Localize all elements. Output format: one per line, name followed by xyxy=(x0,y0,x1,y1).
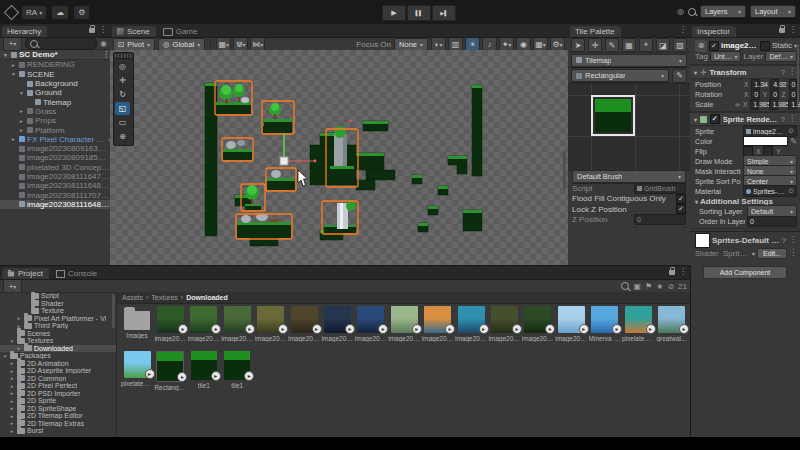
project-folder-burst[interactable]: ▸Burst xyxy=(0,427,116,435)
palette-dropdown[interactable]: Rectangular▾ xyxy=(571,69,669,82)
tab-project[interactable]: Project xyxy=(2,268,49,279)
tool-strip-handle[interactable] xyxy=(115,54,132,59)
asset-pixelated[interactable]: ►pixelated-... xyxy=(622,306,654,342)
order-in-layer-field[interactable]: 0 xyxy=(747,216,797,227)
tile-picker-icon[interactable]: ⌖ xyxy=(639,38,653,52)
hierarchy-item-scene[interactable]: ▾SCENE xyxy=(0,70,110,79)
component-enabled-checkbox[interactable]: ✓ xyxy=(710,114,720,124)
global-dropdown[interactable]: ◎Global▾ xyxy=(158,38,205,51)
expand-badge-icon[interactable]: ► xyxy=(211,324,221,334)
position-y-field[interactable]: 4.92 xyxy=(770,79,778,90)
asset-image202[interactable]: ►image202... xyxy=(255,306,287,342)
add-component-button[interactable]: Add Component xyxy=(703,266,787,279)
search-by-type-icon[interactable]: ▣ xyxy=(633,282,641,291)
asset-image202[interactable]: ►image202... xyxy=(555,306,587,342)
expand-badge-icon[interactable]: ► xyxy=(378,324,388,334)
eraser-icon[interactable]: ◪ xyxy=(656,38,670,52)
hierarchy-search-input[interactable] xyxy=(25,37,97,50)
play-button[interactable]: ▶ xyxy=(382,5,406,21)
search-icon[interactable] xyxy=(688,8,696,16)
asset-minerva-t[interactable]: ►Minerva T... xyxy=(589,306,621,342)
tree-scrollbar[interactable] xyxy=(112,294,115,328)
expand-badge-icon[interactable]: ► xyxy=(178,324,188,334)
expand-badge-icon[interactable]: ► xyxy=(278,324,288,334)
script-field[interactable]: GridBrush xyxy=(634,183,686,194)
asset-tile1[interactable]: ►tile1 xyxy=(188,351,220,389)
rect-tool-icon[interactable]: ▭ xyxy=(115,116,130,129)
hierarchy-item-image20230809163032268[interactable]: image20230809163032268 xyxy=(0,144,110,153)
inspector-scrollbar[interactable] xyxy=(797,44,799,104)
hierarchy-item-image20230811170707672[interactable]: image20230811170707672 xyxy=(0,190,110,199)
hierarchy-item-pixelated-3d-concept-art-gen[interactable]: pixelated 3D Concept Art_Gen xyxy=(0,163,110,172)
lock-icon[interactable] xyxy=(779,28,785,33)
hierarchy-item-image20230811164747865[interactable]: image20230811164747865 xyxy=(0,172,110,181)
position-z-field[interactable]: 0 xyxy=(789,79,797,90)
expand-arrow[interactable]: ▾ xyxy=(10,71,17,77)
additional-settings-label[interactable]: Additional Settings xyxy=(700,197,773,206)
expand-arrow[interactable]: ▸ xyxy=(18,118,25,124)
context-menu-icon[interactable]: ⋮ xyxy=(789,250,797,256)
settings-button[interactable]: ⚙ xyxy=(73,5,90,20)
scale-x-field[interactable]: 1.9851 xyxy=(750,99,759,110)
scale-y-field[interactable]: 1.9851 xyxy=(769,99,778,110)
position-x-field[interactable]: 1.34 xyxy=(751,79,759,90)
hierarchy-item-props[interactable]: ▸Props xyxy=(0,116,110,125)
flood-fill-icon[interactable]: ▨ xyxy=(673,38,687,52)
rotation-z-field[interactable]: 0 xyxy=(789,89,797,100)
layer-dropdown[interactable]: Default▾ xyxy=(765,51,797,63)
asset-image202[interactable]: ►image202... xyxy=(154,306,186,342)
expand-badge-icon[interactable]: ► xyxy=(244,371,254,381)
project-folder-pixel-art-platformer-vi[interactable]: ▸Pixel Art Platformer - Vi xyxy=(0,315,116,323)
material-object-field[interactable]: Sprites-Default⊙ xyxy=(743,185,797,197)
cloud-button[interactable]: ☁ xyxy=(51,5,69,20)
focus-on-dropdown[interactable]: None▾ xyxy=(394,38,428,51)
project-folder-script[interactable]: Script xyxy=(0,292,116,300)
panel-menu-icon[interactable]: ⋮ xyxy=(99,27,107,33)
object-picker-icon[interactable]: ⊙ xyxy=(788,187,794,195)
move-tool-icon[interactable]: ✛ xyxy=(588,38,602,52)
edit-shader-button[interactable]: Edit... xyxy=(757,248,787,259)
hierarchy-item-sc-demo[interactable]: ▾SC Demo*⋮ xyxy=(0,50,110,60)
view-tool-icon[interactable]: ◎ xyxy=(115,60,130,73)
step-button[interactable]: ▶▌ xyxy=(432,5,456,21)
asset-rectangular[interactable]: ►Rectangular xyxy=(154,351,186,391)
asset-image202[interactable]: ►image202... xyxy=(321,306,353,342)
tab-tile-palette[interactable]: Tile Palette xyxy=(570,26,621,37)
asset-image202[interactable]: ►image202... xyxy=(188,306,220,342)
expand-arrow[interactable]: ▸ xyxy=(16,345,22,351)
hierarchy-item-grass[interactable]: ▸Grass xyxy=(0,107,110,116)
object-name[interactable]: image20230811164806049 xyxy=(721,41,758,50)
camera-settings-icon[interactable]: ▦▾ xyxy=(533,37,548,51)
expand-arrow[interactable]: ▸ xyxy=(18,127,25,133)
hierarchy-item-image20230811164806049-1[interactable]: image20230811164806049 (1 xyxy=(0,200,110,209)
panel-menu-icon[interactable]: ⋮ xyxy=(789,27,797,33)
move-tool-icon[interactable]: ✛ xyxy=(115,74,130,87)
rotation-y-field[interactable]: 0 xyxy=(770,89,778,100)
help-icon[interactable]: ? xyxy=(782,236,786,245)
context-menu-icon[interactable]: ⋮ xyxy=(789,237,797,243)
breadcrumb-root[interactable]: Assets xyxy=(122,294,143,301)
hidden-packages-icon[interactable]: ⊘ xyxy=(667,282,674,291)
expand-badge-icon[interactable]: ► xyxy=(646,324,656,334)
lock-z-checkbox[interactable]: ✓ xyxy=(676,204,686,214)
palette-grid[interactable] xyxy=(568,84,690,171)
pause-button[interactable]: ▌▌ xyxy=(407,5,431,21)
transform-header[interactable]: ▾✛ Transform ?⋮ xyxy=(690,65,800,79)
sprite-renderer-header[interactable]: ▾ ✓ Sprite Renderer ?⋮ xyxy=(690,112,800,126)
search-icon[interactable] xyxy=(621,282,629,290)
panel-menu-icon[interactable]: ⋮ xyxy=(679,269,687,275)
scale-link-icon[interactable]: ∞ xyxy=(735,101,740,108)
hierarchy-item-image20230809185648014[interactable]: image20230809185648014 xyxy=(0,153,110,162)
tag-dropdown[interactable]: Untagged▾ xyxy=(710,51,742,63)
create-button[interactable]: +▾ xyxy=(3,37,22,51)
hierarchy-item-ground[interactable]: ▾Ground xyxy=(0,88,110,97)
expand-arrow[interactable]: ▸ xyxy=(9,428,15,434)
asset-image202[interactable]: ►image202... xyxy=(355,306,387,342)
expand-badge-icon[interactable]: ► xyxy=(545,324,555,334)
expand-arrow[interactable]: ▸ xyxy=(16,315,22,321)
expand-badge-icon[interactable]: ► xyxy=(512,324,522,334)
help-icon[interactable]: ? xyxy=(781,68,785,77)
shader-value[interactable]: Sprites/Default xyxy=(723,249,750,258)
flood-fill-checkbox[interactable]: ✓ xyxy=(676,194,686,204)
active-tilemap-dropdown[interactable]: Tilemap▾ xyxy=(571,54,687,67)
